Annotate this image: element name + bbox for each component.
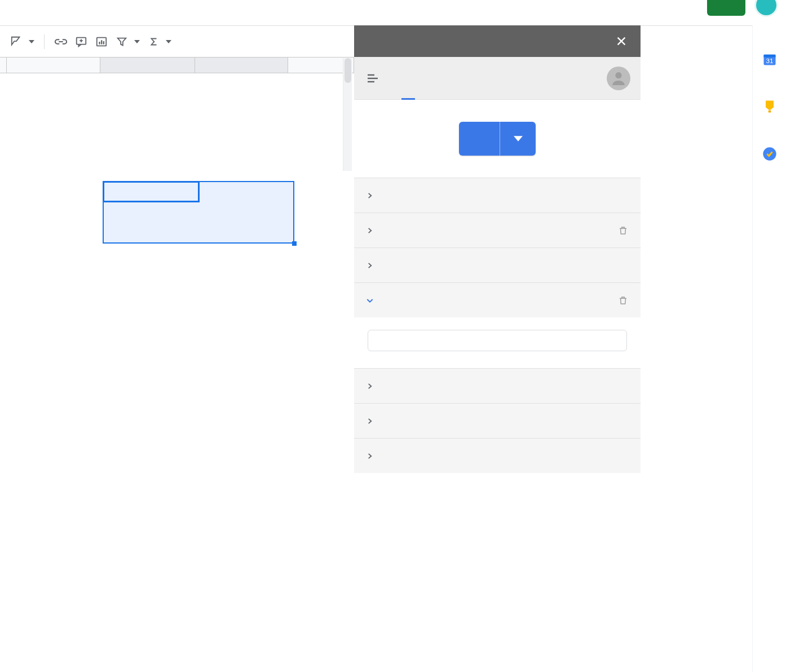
link-icon[interactable] bbox=[52, 33, 69, 50]
section-report-config[interactable] bbox=[354, 247, 641, 282]
spreadsheet[interactable] bbox=[0, 57, 354, 672]
trash-icon[interactable] bbox=[618, 226, 630, 236]
chevron-right-icon bbox=[364, 227, 376, 235]
tasks-addon-icon[interactable] bbox=[762, 146, 778, 162]
trash-icon[interactable] bbox=[618, 295, 630, 306]
profile-icon[interactable] bbox=[607, 67, 630, 90]
section-select-metrics[interactable] bbox=[354, 282, 641, 368]
close-icon[interactable] bbox=[613, 33, 629, 49]
column-headers bbox=[0, 58, 354, 73]
tab-schedule[interactable] bbox=[425, 57, 427, 100]
svg-text:31: 31 bbox=[766, 57, 773, 64]
metrics-chips bbox=[354, 317, 641, 368]
footer-note bbox=[354, 473, 641, 507]
section-split-dimensions[interactable] bbox=[354, 368, 641, 403]
right-side-rail: 31 bbox=[752, 25, 786, 672]
chevron-right-icon bbox=[364, 262, 376, 269]
chips-box[interactable] bbox=[368, 330, 627, 351]
get-data-button[interactable] bbox=[459, 122, 536, 156]
chevron-right-icon bbox=[364, 192, 376, 200]
scroll-thumb[interactable] bbox=[345, 58, 351, 83]
selection-handle[interactable] bbox=[292, 241, 297, 246]
col-header[interactable] bbox=[195, 58, 288, 73]
svg-rect-5 bbox=[101, 40, 102, 44]
vertical-scrollbar[interactable] bbox=[343, 58, 352, 171]
panel-tabs bbox=[354, 57, 641, 100]
svg-rect-4 bbox=[99, 42, 100, 45]
svg-point-10 bbox=[615, 72, 621, 78]
chevron-right-icon bbox=[364, 382, 376, 390]
menu-icon[interactable] bbox=[364, 70, 381, 87]
dropdown-caret-icon[interactable] bbox=[27, 39, 36, 45]
grid-rows[interactable] bbox=[0, 73, 354, 672]
separator bbox=[44, 34, 45, 49]
svg-rect-14 bbox=[768, 110, 771, 113]
paint-format-icon[interactable] bbox=[8, 33, 25, 50]
col-header[interactable] bbox=[7, 58, 100, 73]
calendar-addon-icon[interactable]: 31 bbox=[762, 51, 778, 67]
panel-body bbox=[354, 100, 641, 672]
functions-sigma-icon[interactable] bbox=[145, 33, 162, 50]
action-row bbox=[354, 100, 641, 178]
account-avatar[interactable] bbox=[754, 0, 778, 17]
panel-header bbox=[354, 25, 641, 57]
chart-icon[interactable] bbox=[93, 33, 110, 50]
dropdown-caret-icon[interactable] bbox=[133, 39, 142, 45]
section-data-source[interactable] bbox=[354, 178, 641, 213]
dropdown-caret-icon[interactable] bbox=[164, 39, 173, 45]
select-all-corner[interactable] bbox=[0, 58, 7, 73]
chevron-down-icon bbox=[364, 296, 376, 305]
chevron-right-icon bbox=[364, 417, 376, 425]
filter-icon[interactable] bbox=[113, 33, 130, 50]
get-data-dropdown[interactable] bbox=[500, 122, 536, 156]
keep-addon-icon[interactable] bbox=[762, 99, 778, 114]
col-header[interactable] bbox=[100, 58, 195, 73]
comment-icon[interactable] bbox=[73, 33, 90, 50]
supermetrics-panel bbox=[354, 25, 641, 672]
share-button[interactable] bbox=[707, 0, 745, 16]
section-options[interactable] bbox=[354, 438, 641, 473]
get-data-label[interactable] bbox=[459, 122, 500, 156]
top-strip bbox=[0, 0, 786, 19]
section-filter[interactable] bbox=[354, 403, 641, 438]
svg-rect-6 bbox=[103, 41, 104, 45]
section-select-projects[interactable] bbox=[354, 213, 641, 247]
tab-query[interactable] bbox=[407, 57, 409, 100]
chevron-right-icon bbox=[364, 452, 376, 460]
